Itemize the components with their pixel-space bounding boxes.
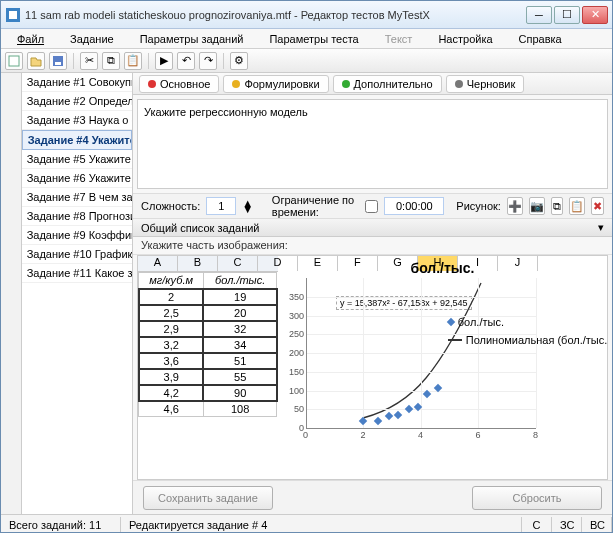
table-row: 2,520 [139,305,277,321]
picture-camera-icon[interactable]: 📷 [529,197,545,215]
col-header-B[interactable]: B [178,256,218,271]
leftbtn-4[interactable] [2,135,20,153]
col-header-A[interactable]: A [138,256,178,271]
tb-copy-icon[interactable]: ⧉ [102,52,120,70]
picture-paste-icon[interactable]: 📋 [569,197,585,215]
tb-undo-icon[interactable]: ↶ [177,52,195,70]
tb-new-icon[interactable] [5,52,23,70]
table-row: 4,290 [139,385,277,401]
tb-settings-icon[interactable]: ⚙ [230,52,248,70]
tb-paste-icon[interactable]: 📋 [124,52,142,70]
leftbtn-11[interactable] [2,275,20,293]
question-item-1[interactable]: Задание #1 Совокупность [22,73,132,92]
timelimit-input[interactable] [384,197,444,215]
leftbtn-7[interactable] [2,195,20,213]
question-item-7[interactable]: Задание #7 В чем заключ [22,188,132,207]
question-item-9[interactable]: Задание #9 Коэффициен [22,226,132,245]
picture-delete-icon[interactable]: ✖ [591,197,604,215]
ytick: 350 [289,292,304,302]
difficulty-label: Сложность: [141,200,200,212]
window-title: 11 sam rab modeli staticheskouo prognozi… [25,9,526,21]
question-item-3[interactable]: Задание #3 Наука о сборе [22,111,132,130]
leftbtn-6[interactable] [2,175,20,193]
minimize-button[interactable]: ─ [526,6,552,24]
menu-help[interactable]: Справка [507,31,574,47]
tb-run-icon[interactable]: ▶ [155,52,173,70]
tb-cut-icon[interactable]: ✂ [80,52,98,70]
subtab-main[interactable]: Основное [139,75,219,93]
table-row: 3,234 [139,337,277,353]
chart-legend: бол./тыс. Полиномиальная (бол./тыс.) [448,316,608,352]
save-task-button[interactable]: Сохранить задание [143,486,273,510]
menu-file[interactable]: Файл [5,31,56,47]
reset-button[interactable]: Сбросить [472,486,602,510]
status-editing: Редактируется задание # 4 [121,517,522,533]
title-bar: 11 sam rab modeli staticheskouo prognozi… [1,1,612,29]
xtick: 4 [418,430,423,440]
ytick: 200 [289,348,304,358]
status-bar: Всего заданий: 11 Редактируется задание … [1,514,612,533]
subtab-draft[interactable]: Черновик [446,75,525,93]
ytick: 50 [294,404,304,414]
status-zc: ЗС [552,517,582,533]
timelimit-label: Ограничение по времени: [272,194,359,218]
menu-testparams[interactable]: Параметры теста [257,31,370,47]
leftbtn-3[interactable] [2,115,20,133]
table-row: 2,932 [139,321,277,337]
table-row: 3,651 [139,353,277,369]
svg-rect-1 [9,11,17,19]
question-text-pane: Укажите регрессионную модель [137,99,608,189]
close-button[interactable]: ✕ [582,6,608,24]
tb-save-icon[interactable] [49,52,67,70]
timelimit-checkbox[interactable] [365,200,378,213]
menu-task[interactable]: Задание [58,31,126,47]
button-row: Сохранить задание Сбросить [133,480,612,514]
ytick: 300 [289,311,304,321]
image-prompt: Укажите часть изображения: [133,237,612,255]
difficulty-down[interactable]: ▼ [242,206,253,212]
picture-add-icon[interactable]: ➕ [507,197,523,215]
status-c: С [522,517,552,533]
question-item-4[interactable]: Задание #4 Укажите [22,130,132,150]
dropdown-icon[interactable]: ▾ [598,221,604,234]
maximize-button[interactable]: ☐ [554,6,580,24]
question-item-8[interactable]: Задание #8 Прогнозиров [22,207,132,226]
tb-open-icon[interactable] [27,52,45,70]
subtab-extra[interactable]: Дополнительно [333,75,442,93]
question-item-10[interactable]: Задание #10 График рег [22,245,132,264]
param-row: Сложность: ▲ ▼ Ограничение по времени: Р… [133,193,612,219]
subtab-form[interactable]: Формулировки [223,75,328,93]
question-text: Укажите регрессионную модель [144,106,308,118]
toolbar: ✂ ⧉ 📋 ▶ ↶ ↷ ⚙ [1,49,612,73]
question-item-6[interactable]: Задание #6 Укажите так [22,169,132,188]
leftbtn-1[interactable] [2,75,20,93]
picture-copy-icon[interactable]: ⧉ [551,197,564,215]
svg-rect-4 [55,62,61,65]
xtick: 8 [533,430,538,440]
menu-text: Текст [373,31,425,47]
ytick: 100 [289,386,304,396]
leftbtn-2[interactable] [2,95,20,113]
svg-rect-2 [9,56,19,66]
tb-redo-icon[interactable]: ↷ [199,52,217,70]
status-total: Всего заданий: 11 [1,517,121,533]
question-item-2[interactable]: Задание #2 Определите [22,92,132,111]
menu-settings[interactable]: Настройка [426,31,504,47]
leftbtn-10[interactable] [2,255,20,273]
col-header-C[interactable]: C [218,256,258,271]
xtick: 0 [303,430,308,440]
menu-taskparams[interactable]: Параметры заданий [128,31,256,47]
chart-plot: y = 15,387x² - 67,158x + 92,545 05010015… [306,278,536,428]
difficulty-input[interactable] [206,197,236,215]
leftbtn-5[interactable] [2,155,20,173]
question-item-5[interactable]: Задание #5 Укажите три [22,150,132,169]
leftbtn-8[interactable] [2,215,20,233]
spreadsheet: ABCDEFGHIJ мг/куб.мбол./тыс. 2192,5202,9… [137,255,608,480]
ytick: 150 [289,367,304,377]
left-tool-column [1,73,22,514]
question-item-11[interactable]: Задание #11 Какое знач [22,264,132,283]
ytick: 250 [289,329,304,339]
list-header: Общий список заданий ▾ [133,219,612,237]
leftbtn-9[interactable] [2,235,20,253]
question-list: Задание #1 СовокупностьЗадание #2 Опреде… [22,73,133,514]
